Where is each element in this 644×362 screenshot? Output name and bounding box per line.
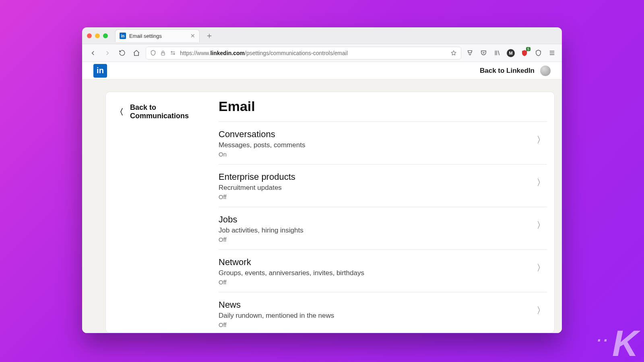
site-permissions-icon[interactable] <box>170 50 176 56</box>
watermark-logo: ∙∙K <box>597 329 637 358</box>
browser-window: in Email settings ✕ ＋ <box>82 27 562 333</box>
profile-avatar[interactable] <box>540 66 551 76</box>
toolbar-right-icons: M 5 <box>465 49 556 58</box>
zoom-window-button[interactable] <box>103 33 108 38</box>
section-title: Jobs <box>219 214 303 225</box>
section-news[interactable]: News Daily rundown, mentioned in the new… <box>219 292 547 333</box>
pocket-icon[interactable] <box>479 49 488 58</box>
ublock-icon[interactable]: 5 <box>520 49 529 58</box>
close-window-button[interactable] <box>87 33 92 38</box>
page-title: Email <box>219 99 547 121</box>
new-tab-button[interactable]: ＋ <box>204 30 215 41</box>
lock-icon[interactable] <box>160 50 166 56</box>
tab-favicon: in <box>120 33 126 39</box>
reload-button[interactable] <box>117 48 127 58</box>
hamburger-menu-icon[interactable] <box>547 49 556 58</box>
section-enterprise-products[interactable]: Enterprise products Recruitment updates … <box>219 164 547 207</box>
section-title: Conversations <box>219 129 305 140</box>
nav-back-button[interactable] <box>88 48 98 58</box>
back-to-communications-link[interactable]: 〈 Back to Communications <box>116 103 215 120</box>
settings-sidebar: 〈 Back to Communications <box>106 92 219 333</box>
svg-point-1 <box>171 51 172 53</box>
page-viewport: in Back to LinkedIn 〈 Back to Communicat… <box>82 62 562 333</box>
chevron-right-icon: 〉 <box>537 300 547 317</box>
section-desc: Messages, posts, comments <box>219 141 305 149</box>
section-state: Off <box>219 279 364 286</box>
tracking-shield-icon[interactable] <box>150 50 156 56</box>
tab-close-icon[interactable]: ✕ <box>190 33 195 39</box>
section-desc: Job activities, hiring insights <box>219 226 303 234</box>
home-button[interactable] <box>131 48 142 58</box>
section-conversations[interactable]: Conversations Messages, posts, comments … <box>219 121 547 164</box>
chevron-right-icon: 〉 <box>537 129 547 146</box>
wallpaper: in Email settings ✕ ＋ <box>0 0 644 362</box>
account-m-icon[interactable]: M <box>506 49 515 58</box>
section-desc: Recruitment updates <box>219 184 295 192</box>
section-jobs[interactable]: Jobs Job activities, hiring insights Off… <box>219 207 547 249</box>
minimize-window-button[interactable] <box>95 33 100 38</box>
privacy-shield-icon[interactable] <box>534 49 543 58</box>
browser-toolbar: https://www.linkedin.com/psettings/commu… <box>82 44 562 62</box>
tab-title: Email settings <box>129 33 187 39</box>
back-to-communications-label: Back to Communications <box>130 103 215 120</box>
section-desc: Groups, events, anniversaries, invites, … <box>219 269 364 277</box>
chevron-left-icon: 〈 <box>116 107 124 117</box>
browser-tab[interactable]: in Email settings ✕ <box>115 29 200 42</box>
section-state: On <box>219 151 305 158</box>
section-state: Off <box>219 321 334 328</box>
url-bar[interactable]: https://www.linkedin.com/psettings/commu… <box>146 47 461 60</box>
linkedin-logo[interactable]: in <box>93 64 107 78</box>
ublock-badge-count: 5 <box>526 47 530 51</box>
section-title: Network <box>219 257 364 267</box>
window-controls <box>87 33 108 38</box>
section-title: Enterprise products <box>219 172 295 182</box>
svg-rect-0 <box>161 53 165 55</box>
section-state: Off <box>219 236 303 243</box>
chevron-right-icon: 〉 <box>537 214 547 231</box>
settings-panel: 〈 Back to Communications Email Conversat… <box>105 92 555 333</box>
section-network[interactable]: Network Groups, events, anniversaries, i… <box>219 249 547 292</box>
settings-main: Email Conversations Messages, posts, com… <box>219 92 554 333</box>
svg-point-2 <box>173 53 175 55</box>
section-title: News <box>219 300 334 310</box>
section-desc: Daily rundown, mentioned in the news <box>219 312 334 320</box>
chevron-right-icon: 〉 <box>537 172 547 189</box>
library-icon[interactable] <box>493 49 502 58</box>
tab-strip: in Email settings ✕ ＋ <box>82 27 562 44</box>
chevron-right-icon: 〉 <box>537 257 547 274</box>
back-to-linkedin-link[interactable]: Back to LinkedIn <box>480 67 535 75</box>
bookmark-star-icon[interactable] <box>450 50 457 56</box>
nav-forward-button[interactable] <box>102 48 113 58</box>
save-to-pocket-icon[interactable] <box>465 49 474 58</box>
linkedin-header: in Back to LinkedIn <box>82 62 562 80</box>
url-text: https://www.linkedin.com/psettings/commu… <box>180 50 446 56</box>
section-state: Off <box>219 193 295 200</box>
